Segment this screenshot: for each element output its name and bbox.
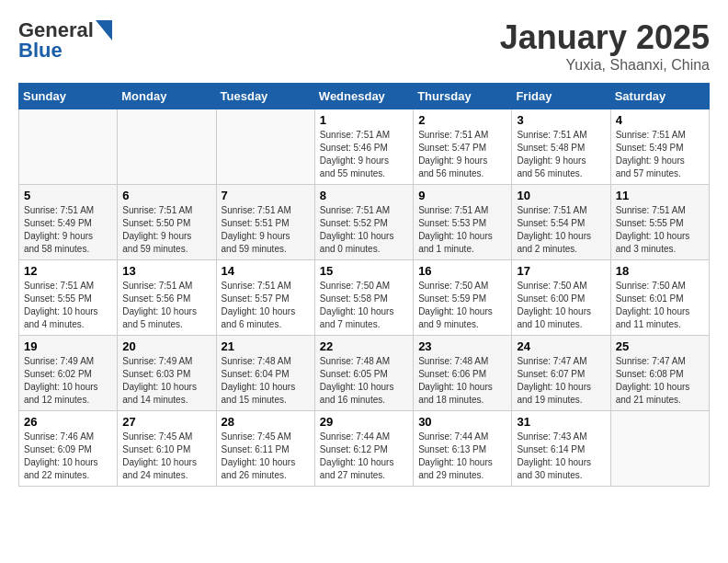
day-number: 10 [517,189,605,202]
day-info: Sunrise: 7:51 AMSunset: 5:55 PMDaylight:… [24,280,112,331]
calendar-week-row: 19Sunrise: 7:49 AMSunset: 6:02 PMDayligh… [19,336,710,411]
logo: General Blue [18,18,112,63]
calendar-day-cell: 25Sunrise: 7:47 AMSunset: 6:08 PMDayligh… [610,336,709,411]
day-number: 12 [24,264,112,278]
calendar-day-cell [216,109,314,185]
day-number: 6 [122,189,210,202]
calendar-day-cell: 24Sunrise: 7:47 AMSunset: 6:07 PMDayligh… [512,336,610,411]
day-number: 14 [222,264,310,278]
calendar-day-cell: 2Sunrise: 7:51 AMSunset: 5:47 PMDaylight… [414,109,512,185]
calendar-day-cell: 20Sunrise: 7:49 AMSunset: 6:03 PMDayligh… [118,336,216,411]
calendar-day-cell: 9Sunrise: 7:51 AMSunset: 5:53 PMDaylight… [414,185,512,260]
day-number: 24 [517,339,605,353]
title-area: January 2025 Yuxia, Shaanxi, China [500,18,710,74]
calendar-day-cell: 11Sunrise: 7:51 AMSunset: 5:55 PMDayligh… [610,185,709,260]
calendar-table: SundayMondayTuesdayWednesdayThursdayFrid… [18,83,710,487]
day-info: Sunrise: 7:50 AMSunset: 5:59 PMDaylight:… [418,280,506,331]
calendar-day-cell: 12Sunrise: 7:51 AMSunset: 5:55 PMDayligh… [19,260,118,336]
calendar-day-cell: 23Sunrise: 7:48 AMSunset: 6:06 PMDayligh… [414,336,512,411]
day-info: Sunrise: 7:50 AMSunset: 5:58 PMDaylight:… [320,280,408,331]
logo-triangle-icon [96,20,112,40]
calendar-day-cell: 3Sunrise: 7:51 AMSunset: 5:48 PMDaylight… [512,109,610,185]
day-info: Sunrise: 7:48 AMSunset: 6:05 PMDaylight:… [320,355,408,407]
day-number: 9 [418,189,506,202]
calendar-day-cell: 17Sunrise: 7:50 AMSunset: 6:00 PMDayligh… [512,260,610,336]
day-info: Sunrise: 7:51 AMSunset: 5:54 PMDaylight:… [517,204,605,256]
calendar-day-cell: 27Sunrise: 7:45 AMSunset: 6:10 PMDayligh… [118,411,216,487]
day-number: 30 [418,415,506,429]
day-info: Sunrise: 7:47 AMSunset: 6:07 PMDaylight:… [517,355,605,407]
calendar-day-cell: 8Sunrise: 7:51 AMSunset: 5:52 PMDaylight… [314,185,413,260]
day-number: 28 [222,415,310,429]
day-number: 4 [616,113,704,127]
day-number: 31 [517,415,605,429]
day-number: 16 [418,264,506,278]
day-info: Sunrise: 7:46 AMSunset: 6:09 PMDaylight:… [24,431,112,482]
calendar-day-cell: 16Sunrise: 7:50 AMSunset: 5:59 PMDayligh… [414,260,512,336]
weekday-header-monday: Monday [118,84,216,109]
calendar-day-cell: 6Sunrise: 7:51 AMSunset: 5:50 PMDaylight… [118,185,216,260]
weekday-header-wednesday: Wednesday [314,84,413,109]
day-info: Sunrise: 7:51 AMSunset: 5:51 PMDaylight:… [222,204,310,256]
day-number: 1 [320,113,408,127]
day-number: 17 [517,264,605,278]
month-title: January 2025 [500,18,710,57]
weekday-header-thursday: Thursday [414,84,512,109]
calendar-day-cell: 14Sunrise: 7:51 AMSunset: 5:57 PMDayligh… [216,260,314,336]
day-info: Sunrise: 7:49 AMSunset: 6:02 PMDaylight:… [24,355,112,407]
weekday-header-row: SundayMondayTuesdayWednesdayThursdayFrid… [19,84,710,109]
day-info: Sunrise: 7:50 AMSunset: 6:00 PMDaylight:… [517,280,605,331]
day-info: Sunrise: 7:51 AMSunset: 5:49 PMDaylight:… [24,204,112,256]
calendar-day-cell [610,411,709,487]
day-info: Sunrise: 7:49 AMSunset: 6:03 PMDaylight:… [122,355,210,407]
calendar-day-cell: 18Sunrise: 7:50 AMSunset: 6:01 PMDayligh… [610,260,709,336]
day-number: 11 [616,189,704,202]
calendar-day-cell: 7Sunrise: 7:51 AMSunset: 5:51 PMDaylight… [216,185,314,260]
weekday-header-saturday: Saturday [610,84,709,109]
day-info: Sunrise: 7:51 AMSunset: 5:56 PMDaylight:… [122,280,210,331]
day-number: 7 [222,189,310,202]
day-info: Sunrise: 7:47 AMSunset: 6:08 PMDaylight:… [616,355,704,407]
day-info: Sunrise: 7:45 AMSunset: 6:10 PMDaylight:… [122,431,210,482]
day-info: Sunrise: 7:51 AMSunset: 5:48 PMDaylight:… [517,129,605,180]
day-number: 3 [517,113,605,127]
calendar-day-cell: 4Sunrise: 7:51 AMSunset: 5:49 PMDaylight… [610,109,709,185]
day-number: 22 [320,339,408,353]
day-info: Sunrise: 7:43 AMSunset: 6:14 PMDaylight:… [517,431,605,482]
weekday-header-friday: Friday [512,84,610,109]
day-number: 13 [122,264,210,278]
calendar-week-row: 12Sunrise: 7:51 AMSunset: 5:55 PMDayligh… [19,260,710,336]
day-info: Sunrise: 7:51 AMSunset: 5:47 PMDaylight:… [418,129,506,180]
page-header: General Blue January 2025 Yuxia, Shaanxi… [18,18,710,74]
day-number: 25 [616,339,704,353]
day-number: 21 [222,339,310,353]
day-number: 26 [24,415,112,429]
day-info: Sunrise: 7:51 AMSunset: 5:49 PMDaylight:… [616,129,704,180]
day-number: 8 [320,189,408,202]
day-number: 19 [24,339,112,353]
day-info: Sunrise: 7:51 AMSunset: 5:55 PMDaylight:… [616,204,704,256]
calendar-day-cell [19,109,118,185]
calendar-day-cell: 10Sunrise: 7:51 AMSunset: 5:54 PMDayligh… [512,185,610,260]
calendar-week-row: 26Sunrise: 7:46 AMSunset: 6:09 PMDayligh… [19,411,710,487]
calendar-day-cell: 15Sunrise: 7:50 AMSunset: 5:58 PMDayligh… [314,260,413,336]
calendar-day-cell: 5Sunrise: 7:51 AMSunset: 5:49 PMDaylight… [19,185,118,260]
day-number: 2 [418,113,506,127]
calendar-day-cell: 28Sunrise: 7:45 AMSunset: 6:11 PMDayligh… [216,411,314,487]
day-info: Sunrise: 7:44 AMSunset: 6:12 PMDaylight:… [320,431,408,482]
day-number: 20 [122,339,210,353]
calendar-day-cell: 26Sunrise: 7:46 AMSunset: 6:09 PMDayligh… [19,411,118,487]
calendar-day-cell: 19Sunrise: 7:49 AMSunset: 6:02 PMDayligh… [19,336,118,411]
day-info: Sunrise: 7:50 AMSunset: 6:01 PMDaylight:… [616,280,704,331]
day-number: 23 [418,339,506,353]
day-number: 27 [122,415,210,429]
day-info: Sunrise: 7:45 AMSunset: 6:11 PMDaylight:… [222,431,310,482]
day-number: 15 [320,264,408,278]
calendar-day-cell: 13Sunrise: 7:51 AMSunset: 5:56 PMDayligh… [118,260,216,336]
day-info: Sunrise: 7:51 AMSunset: 5:46 PMDaylight:… [320,129,408,180]
calendar-day-cell: 29Sunrise: 7:44 AMSunset: 6:12 PMDayligh… [314,411,413,487]
weekday-header-sunday: Sunday [19,84,118,109]
calendar-day-cell: 31Sunrise: 7:43 AMSunset: 6:14 PMDayligh… [512,411,610,487]
day-info: Sunrise: 7:51 AMSunset: 5:52 PMDaylight:… [320,204,408,256]
calendar-week-row: 5Sunrise: 7:51 AMSunset: 5:49 PMDaylight… [19,185,710,260]
